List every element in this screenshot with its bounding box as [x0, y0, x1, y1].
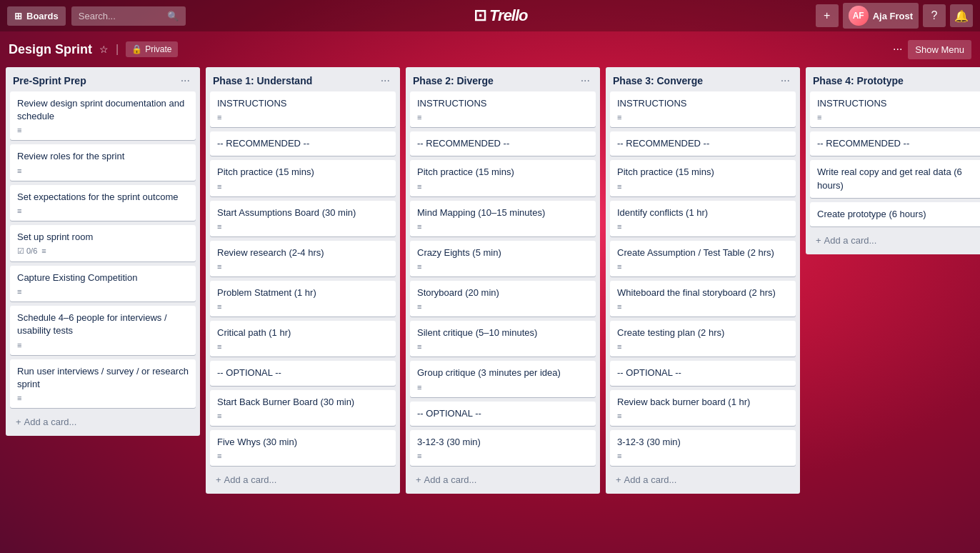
list-menu-button-phase3[interactable]: ···	[778, 73, 793, 89]
card-p2c10[interactable]: 3-12-3 (30 min)≡	[410, 430, 596, 466]
card-footer-p2c10: ≡	[417, 452, 589, 460]
card-p3c9[interactable]: Review back burner board (1 hr)≡	[610, 390, 796, 426]
card-p4c1[interactable]: INSTRUCTIONS≡	[810, 91, 980, 127]
card-footer-p2c1: ≡	[417, 113, 589, 121]
card-c4[interactable]: Set up sprint room☑ 0/6≡	[10, 225, 196, 261]
add-card-button-pre-sprint[interactable]: + Add a card...	[10, 412, 196, 432]
add-button[interactable]: +	[816, 4, 839, 27]
info-button[interactable]: ?	[923, 4, 946, 27]
list-menu-button-phase4[interactable]: ···	[978, 73, 980, 89]
list-header-phase2: Phase 2: Diverge···	[406, 67, 600, 91]
card-p3c5[interactable]: Create Assumption / Test Table (2 hrs)≡	[610, 241, 796, 276]
card-p3c6[interactable]: Whiteboard the final storyboard (2 hrs)≡	[610, 281, 796, 317]
card-p4c2[interactable]: -- RECOMMENDED --	[810, 131, 980, 156]
card-footer-p4c1: ≡	[817, 113, 980, 121]
list-phase2: Phase 2: Diverge···INSTRUCTIONS≡-- RECOM…	[406, 67, 600, 494]
card-lines-icon-c2: ≡	[17, 166, 21, 175]
card-c7[interactable]: Run user interviews / survey / or resear…	[10, 359, 196, 408]
card-c6[interactable]: Schedule 4–6 people for interviews / usa…	[10, 306, 196, 354]
card-lines-icon-p1c3: ≡	[217, 182, 221, 191]
card-p1c1[interactable]: INSTRUCTIONS≡	[210, 91, 396, 127]
user-menu[interactable]: AF Aja Frost	[843, 3, 919, 29]
card-p2c4[interactable]: Mind Mapping (10–15 minutes)≡	[410, 201, 596, 236]
card-footer-p2c7: ≡	[417, 342, 589, 351]
card-p1c7[interactable]: Critical path (1 hr)≡	[210, 321, 396, 357]
list-menu-button-pre-sprint[interactable]: ···	[178, 73, 193, 89]
card-title-p2c4: Mind Mapping (10–15 minutes)	[417, 206, 589, 219]
card-p4c4[interactable]: Create prototype (6 hours)	[810, 202, 980, 226]
card-p2c7[interactable]: Silent critique (5–10 minutes)≡	[410, 321, 596, 357]
boards-button[interactable]: ⊞ Boards	[7, 6, 66, 26]
card-p2c2[interactable]: -- RECOMMENDED --	[410, 131, 596, 156]
card-p1c4[interactable]: Start Assumptions Board (30 min)≡	[210, 201, 396, 236]
notifications-button[interactable]: 🔔	[950, 4, 973, 27]
card-lines-icon-c6: ≡	[17, 341, 21, 349]
card-title-p1c5: Review research (2-4 hrs)	[217, 246, 389, 259]
list-pre-sprint: Pre-Sprint Prep···Review design sprint d…	[6, 67, 200, 436]
card-footer-c2: ≡	[17, 166, 189, 175]
boards-label: Boards	[26, 11, 59, 21]
plus-icon: +	[416, 474, 421, 485]
card-title-p2c3: Pitch practice (15 mins)	[417, 166, 589, 179]
private-badge[interactable]: 🔒 Private	[126, 41, 177, 57]
add-card-button-phase4[interactable]: + Add a card...	[810, 231, 980, 250]
separator: |	[116, 43, 119, 56]
plus-icon: +	[824, 9, 830, 22]
card-p1c10[interactable]: Five Whys (30 min)≡	[210, 430, 396, 466]
card-p4c3[interactable]: Write real copy and get real data (6 hou…	[810, 160, 980, 197]
card-c2[interactable]: Review roles for the sprint≡	[10, 144, 196, 180]
card-checklist-c4: ☑ 0/6	[17, 246, 37, 256]
card-title-p2c2: -- RECOMMENDED --	[417, 137, 589, 150]
search-bar[interactable]: Search... 🔍	[71, 6, 186, 26]
star-icon[interactable]: ☆	[99, 44, 109, 55]
card-p2c3[interactable]: Pitch practice (15 mins)≡	[410, 160, 596, 196]
card-p3c2[interactable]: -- RECOMMENDED --	[610, 131, 796, 156]
card-footer-p3c1: ≡	[617, 113, 789, 121]
card-p1c2[interactable]: -- RECOMMENDED --	[210, 131, 396, 156]
card-c1[interactable]: Review design sprint documentation and s…	[10, 91, 196, 140]
list-cards-phase3: INSTRUCTIONS≡-- RECOMMENDED --Pitch prac…	[606, 91, 800, 470]
card-p2c6[interactable]: Storyboard (20 min)≡	[410, 281, 596, 317]
card-p1c9[interactable]: Start Back Burner Board (30 min)≡	[210, 390, 396, 426]
list-menu-button-phase2[interactable]: ···	[578, 73, 593, 89]
card-p3c1[interactable]: INSTRUCTIONS≡	[610, 91, 796, 127]
card-footer-p3c3: ≡	[617, 182, 789, 191]
card-p2c8[interactable]: Group critique (3 minutes per idea)≡	[410, 361, 596, 397]
card-footer-p3c6: ≡	[617, 302, 789, 311]
card-lines-icon-p1c4: ≡	[217, 222, 221, 231]
card-c3[interactable]: Set expectations for the sprint outcome≡	[10, 185, 196, 221]
card-title-p3c4: Identify conflicts (1 hr)	[617, 206, 789, 219]
card-lines-icon-p3c1: ≡	[617, 113, 621, 121]
card-p2c9[interactable]: -- OPTIONAL --	[410, 402, 596, 426]
add-card-button-phase2[interactable]: + Add a card...	[410, 470, 596, 489]
card-p1c6[interactable]: Problem Statment (1 hr)≡	[210, 281, 396, 317]
plus-icon: +	[16, 417, 21, 427]
card-p3c3[interactable]: Pitch practice (15 mins)≡	[610, 160, 796, 196]
card-p3c4[interactable]: Identify conflicts (1 hr)≡	[610, 201, 796, 236]
card-lines-icon-p3c5: ≡	[617, 262, 621, 271]
card-lines-icon-p2c10: ≡	[417, 452, 421, 460]
card-title-p4c3: Write real copy and get real data (6 hou…	[817, 166, 980, 191]
card-lines-icon-p1c6: ≡	[217, 302, 221, 311]
add-card-button-phase1[interactable]: + Add a card...	[210, 470, 396, 489]
card-title-p3c8: -- OPTIONAL --	[617, 367, 789, 379]
card-lines-icon-p2c5: ≡	[417, 262, 421, 271]
card-title-p2c10: 3-12-3 (30 min)	[417, 436, 589, 449]
card-title-p2c5: Crazy Eights (5 min)	[417, 246, 589, 259]
card-p2c1[interactable]: INSTRUCTIONS≡	[410, 91, 596, 127]
card-p3c8[interactable]: -- OPTIONAL --	[610, 361, 796, 385]
card-p1c8[interactable]: -- OPTIONAL --	[210, 361, 396, 385]
card-title-p1c4: Start Assumptions Board (30 min)	[217, 206, 389, 219]
card-c5[interactable]: Capture Existing Competition≡	[10, 266, 196, 302]
list-menu-button-phase1[interactable]: ···	[378, 73, 393, 89]
card-p1c5[interactable]: Review research (2-4 hrs)≡	[210, 241, 396, 276]
card-p3c10[interactable]: 3-12-3 (30 min)≡	[610, 430, 796, 466]
card-p1c3[interactable]: Pitch practice (15 mins)≡	[210, 160, 396, 196]
add-card-button-phase3[interactable]: + Add a card...	[610, 470, 796, 489]
card-lines-icon-p2c6: ≡	[417, 302, 421, 311]
show-menu-button[interactable]: Show Menu	[908, 40, 971, 59]
card-p3c7[interactable]: Create testing plan (2 hrs)≡	[610, 321, 796, 357]
card-lines-icon-p1c9: ≡	[217, 412, 221, 420]
card-p2c5[interactable]: Crazy Eights (5 min)≡	[410, 241, 596, 276]
user-name: Aja Frost	[873, 11, 913, 21]
